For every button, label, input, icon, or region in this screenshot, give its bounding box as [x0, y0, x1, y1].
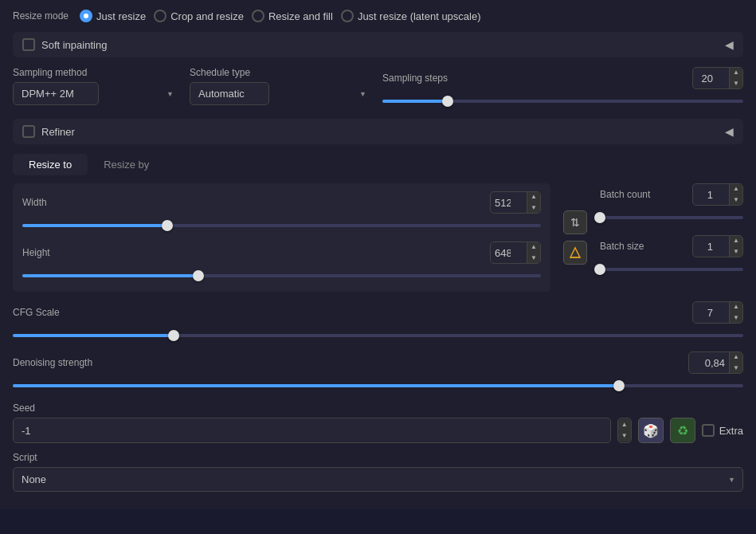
- soft-inpainting-collapse-icon[interactable]: ◀: [725, 38, 734, 51]
- sampling-steps-down[interactable]: ▼: [730, 78, 742, 89]
- soft-inpainting-checkbox[interactable]: [22, 38, 35, 51]
- batch-size-input[interactable]: [693, 241, 729, 253]
- height-row: Height ▲ ▼: [22, 241, 541, 284]
- script-select[interactable]: None: [13, 467, 743, 492]
- seed-recycle-button[interactable]: ♻: [670, 418, 695, 443]
- cfg-scale-input[interactable]: [693, 307, 729, 319]
- schedule-type-select[interactable]: Automatic: [190, 82, 269, 105]
- radio-crop-and-resize[interactable]: Crop and resize: [154, 10, 244, 22]
- height-down[interactable]: ▼: [527, 253, 540, 264]
- denoising-up[interactable]: ▲: [730, 351, 742, 363]
- denoising-slider-thumb[interactable]: [613, 380, 625, 391]
- sampling-steps-input-box: ▲ ▼: [692, 67, 743, 89]
- seed-up[interactable]: ▲: [618, 419, 631, 430]
- aspect-ratio-button[interactable]: [563, 241, 587, 265]
- radio-resize-fill-indicator: [252, 10, 264, 22]
- batch-section: Batch count ▲ ▼: [600, 183, 743, 292]
- batch-count-down[interactable]: ▼: [730, 194, 742, 206]
- height-slider-container[interactable]: [22, 268, 541, 284]
- height-input[interactable]: [491, 247, 527, 259]
- batch-size-slider-track: [600, 268, 743, 271]
- batch-count-field: Batch count ▲ ▼: [600, 183, 743, 226]
- cfg-scale-down[interactable]: ▼: [730, 312, 742, 324]
- cfg-scale-header: CFG Scale ▲ ▼: [13, 301, 743, 324]
- width-label: Width: [22, 197, 47, 208]
- sampling-steps-input[interactable]: [693, 73, 729, 84]
- sampling-method-label: Sampling method: [13, 67, 180, 78]
- radio-just-resize[interactable]: Just resize: [80, 10, 146, 22]
- denoising-down[interactable]: ▼: [730, 363, 742, 374]
- cfg-scale-row: CFG Scale ▲ ▼: [13, 301, 743, 344]
- height-header: Height ▲ ▼: [22, 241, 541, 264]
- batch-size-slider-container[interactable]: [600, 261, 743, 277]
- radio-resize-and-fill[interactable]: Resize and fill: [252, 10, 333, 22]
- seed-input-row: ▲ ▼ 🎲 ♻ Extra: [13, 418, 743, 443]
- cfg-scale-up[interactable]: ▲: [730, 301, 742, 312]
- batch-size-field: Batch size ▲ ▼: [600, 235, 743, 277]
- schedule-type-label: Schedule type: [190, 67, 373, 78]
- seed-spinners: ▲ ▼: [618, 419, 631, 442]
- refiner-left: Refiner: [22, 125, 75, 138]
- batch-count-slider-track: [600, 216, 743, 219]
- swap-dimensions-button[interactable]: ⇅: [563, 210, 587, 234]
- sampling-steps-up[interactable]: ▲: [730, 67, 742, 78]
- radio-just-resize-latent[interactable]: Just resize (latent upscale): [341, 10, 481, 22]
- batch-count-slider-thumb[interactable]: [594, 212, 605, 223]
- height-slider-thumb[interactable]: [193, 270, 204, 281]
- seed-input[interactable]: [13, 418, 611, 443]
- seed-dice-button[interactable]: 🎲: [638, 418, 664, 443]
- sampling-steps-slider-container[interactable]: [382, 93, 743, 109]
- refiner-collapse-icon[interactable]: ◀: [725, 125, 734, 138]
- width-slider-thumb[interactable]: [162, 220, 173, 231]
- seed-extra-checkbox[interactable]: [702, 424, 715, 437]
- width-down[interactable]: ▼: [527, 202, 540, 214]
- sampling-method-group: Sampling method DPM++ 2M: [13, 67, 180, 105]
- width-up[interactable]: ▲: [527, 191, 540, 202]
- sampling-method-select[interactable]: DPM++ 2M: [13, 82, 99, 105]
- refiner-label: Refiner: [41, 126, 75, 138]
- batch-size-up[interactable]: ▲: [730, 235, 742, 246]
- cfg-scale-slider-container[interactable]: [13, 328, 743, 344]
- sampling-steps-label: Sampling steps: [382, 73, 448, 84]
- denoising-slider-container[interactable]: [13, 378, 743, 394]
- seed-label: Seed: [13, 402, 35, 414]
- radio-crop-resize-indicator: [154, 10, 166, 22]
- batch-count-spinners: ▲ ▼: [729, 183, 742, 206]
- seed-spinner-box: ▲ ▼: [617, 418, 632, 443]
- width-slider-fill: [22, 224, 167, 227]
- cfg-scale-slider-thumb[interactable]: [168, 330, 179, 341]
- radio-resize-latent-label: Just resize (latent upscale): [358, 10, 481, 22]
- batch-count-label: Batch count: [600, 189, 650, 200]
- batch-size-slider-thumb[interactable]: [594, 264, 605, 275]
- batch-size-down[interactable]: ▼: [730, 246, 742, 257]
- steps-header: Sampling steps ▲ ▼: [382, 67, 743, 89]
- height-up[interactable]: ▲: [527, 241, 540, 253]
- batch-count-up[interactable]: ▲: [730, 183, 742, 194]
- tabs-row: Resize to Resize by: [13, 154, 743, 175]
- aspect-ratio-icon: [569, 246, 582, 259]
- batch-count-input[interactable]: [693, 189, 729, 201]
- denoising-label: Denoising strength: [13, 357, 92, 368]
- batch-size-spinners: ▲ ▼: [729, 235, 742, 257]
- script-label: Script: [13, 452, 37, 463]
- radio-just-resize-label: Just resize: [96, 10, 146, 22]
- batch-count-slider-container[interactable]: [600, 210, 743, 226]
- cfg-scale-spinners: ▲ ▼: [729, 301, 742, 324]
- tab-resize-by[interactable]: Resize by: [88, 154, 165, 175]
- sampling-steps-slider-thumb[interactable]: [442, 96, 453, 107]
- height-spinners: ▲ ▼: [527, 241, 540, 264]
- sampling-method-wrapper: DPM++ 2M: [13, 82, 180, 105]
- denoising-input-box: ▲ ▼: [688, 351, 743, 374]
- seed-down[interactable]: ▼: [618, 430, 631, 442]
- width-slider-container[interactable]: [22, 218, 541, 234]
- refiner-checkbox[interactable]: [22, 125, 35, 138]
- width-input[interactable]: [491, 197, 527, 209]
- denoising-slider-track: [13, 384, 743, 387]
- batch-size-label: Batch size: [600, 241, 644, 252]
- tab-resize-to[interactable]: Resize to: [13, 154, 88, 175]
- width-header: Width ▲ ▼: [22, 191, 541, 214]
- denoising-slider-fill: [13, 384, 619, 387]
- schedule-type-group: Schedule type Automatic: [190, 67, 373, 105]
- denoising-input[interactable]: [689, 357, 729, 369]
- schedule-type-wrapper: Automatic: [190, 82, 373, 105]
